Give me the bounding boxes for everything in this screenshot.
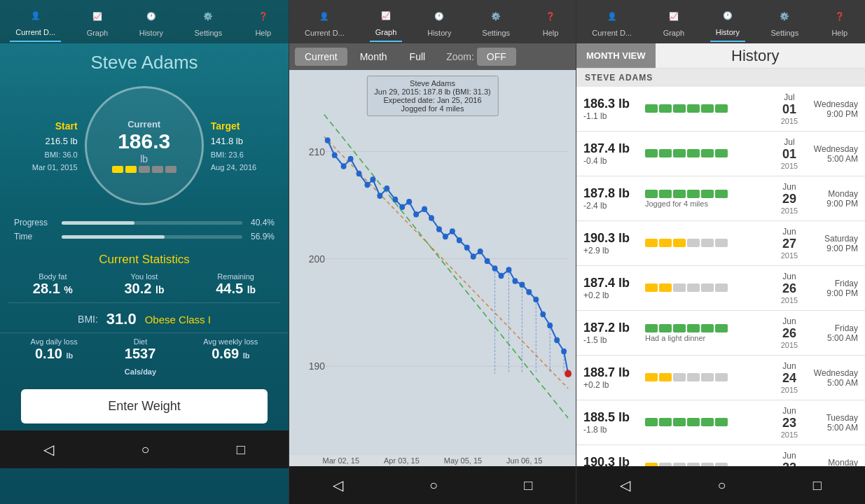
entry-time: 5:00 AM <box>809 154 858 164</box>
nav-item-graph-1[interactable]: 📈 Graph <box>81 3 114 41</box>
weight-change: +2.9 lb <box>583 246 639 255</box>
home-button-2[interactable]: ○ <box>415 472 452 499</box>
rating-bar-5 <box>715 104 728 113</box>
weight-change: +0.2 lb <box>583 290 639 300</box>
nav-item-history-1[interactable]: 🕐 History <box>134 3 169 41</box>
weight-column: 187.4 lb-0.4 lb <box>583 141 639 166</box>
bmi-value: 31.0 <box>106 310 137 328</box>
nav-item-current-data-1[interactable]: 👤 Current D... <box>10 2 61 42</box>
month-view-button[interactable]: MONTH VIEW <box>576 43 656 68</box>
nav-item-help-1[interactable]: ❓ Help <box>248 3 279 41</box>
avg-weekly-value: 0.69 lb <box>212 346 249 362</box>
day-of-week-column: Wednesday5:00 AM <box>809 144 858 164</box>
weight-column: 186.3 lb-1.1 lb <box>583 97 639 121</box>
nav-item-graph-3[interactable]: 📈 Graph <box>658 3 691 41</box>
nav-item-help-2[interactable]: ❓ Help <box>535 3 566 41</box>
list-item[interactable]: 187.4 lb-0.4 lbJul012015Wednesday5:00 AM <box>576 132 865 176</box>
target-stats: Target 141.8 lb BMI: 23.6 Aug 24, 2016 <box>211 120 256 172</box>
list-item[interactable]: 190.3 lb+2.9 lbJun272015Saturday9:00 PM <box>576 221 865 266</box>
weight-column: 187.8 lb-2.4 lb <box>583 186 639 211</box>
day-of-week-column: Monday9:00 PM <box>809 189 858 209</box>
list-item[interactable]: 186.3 lb-1.1 lbJul012015Wednesday9:00 PM <box>576 87 865 132</box>
recent-button-1[interactable]: □ <box>223 436 259 463</box>
day-of-week: Wednesday <box>809 368 858 378</box>
rating-bar-4 <box>701 373 714 382</box>
tab-current[interactable]: Current <box>295 48 347 66</box>
list-item[interactable]: 188.7 lb+0.2 lbJun242015Wednesday5:00 AM <box>576 356 865 400</box>
nav-item-current-data-3[interactable]: 👤 Current D... <box>586 3 637 41</box>
enter-weight-button[interactable]: Enter Weight <box>21 389 268 424</box>
you-lost-value: 30.2 lb <box>125 281 165 297</box>
rating-bar-1 <box>659 104 672 113</box>
svg-point-28 <box>471 253 476 259</box>
stats-row-bottom: Avg daily loss 0.10 lb Diet 1537 Cals/da… <box>0 332 289 382</box>
back-button-3[interactable]: ◁ <box>606 471 644 499</box>
graph-icon-2: 📈 <box>376 6 396 26</box>
rating-bar-2 <box>673 190 686 198</box>
rating-bar-0 <box>645 418 658 426</box>
nav-item-settings-3[interactable]: ⚙️ Settings <box>765 3 804 41</box>
month: Jun <box>775 451 803 461</box>
nav-item-history-3[interactable]: 🕐 History <box>710 2 745 42</box>
list-item[interactable]: 187.2 lb-1.5 lbHad a light dinnerJun2620… <box>576 311 865 356</box>
recent-button-3[interactable]: □ <box>799 472 836 499</box>
rating-bar-2 <box>673 324 686 332</box>
tab-month[interactable]: Month <box>350 48 397 66</box>
nav-item-help-3[interactable]: ❓ Help <box>824 3 855 41</box>
rating-bars <box>645 190 770 198</box>
progress-track <box>62 221 242 225</box>
svg-text:210: 210 <box>309 146 325 157</box>
current-label: Current <box>127 119 160 130</box>
you-lost-label: You lost <box>131 272 158 281</box>
list-item[interactable]: 188.5 lb-1.8 lbJun232015Tuesday5:00 AM <box>576 400 865 445</box>
nav-item-current-data-2[interactable]: 👤 Current D... <box>299 3 350 41</box>
list-item[interactable]: 190.3 lb+1.5 lbJun222015Monday5:00 AM <box>576 445 865 466</box>
home-button-3[interactable]: ○ <box>703 472 740 499</box>
person-icon-3: 👤 <box>602 7 622 27</box>
zoom-value[interactable]: OFF <box>477 48 516 66</box>
rating-bar-2 <box>673 418 686 426</box>
rating-bar-0 <box>645 284 658 292</box>
rating-bar-3 <box>687 190 700 198</box>
weight-change: -2.4 lb <box>583 201 639 211</box>
day: 22 <box>775 461 803 466</box>
rating-bar-5 <box>715 418 728 426</box>
day-of-week: Wednesday <box>809 99 858 109</box>
graph-icon-1: 📈 <box>88 7 107 27</box>
recent-button-2[interactable]: □ <box>510 472 546 499</box>
start-weight: 216.5 lb <box>45 136 77 146</box>
day: 29 <box>775 192 803 206</box>
rating-bar-5 <box>715 284 728 292</box>
nav-item-history-2[interactable]: 🕐 History <box>422 3 457 41</box>
tooltip-line2: Jun 29, 2015: 187.8 lb (BMI: 31.3) <box>374 88 490 96</box>
tab-full[interactable]: Full <box>400 48 436 66</box>
rating-bar-0 <box>645 190 658 198</box>
back-button-2[interactable]: ◁ <box>319 471 357 499</box>
nav-item-settings-1[interactable]: ⚙️ Settings <box>188 3 228 41</box>
middle-column <box>645 149 770 159</box>
target-bmi: BMI: 23.6 <box>211 150 244 159</box>
month: Jun <box>775 316 803 326</box>
nav-item-graph-2[interactable]: 📈 Graph <box>370 2 403 42</box>
year: 2015 <box>775 341 803 349</box>
svg-line-6 <box>324 114 568 418</box>
year: 2015 <box>775 117 803 125</box>
day-of-week-column: Friday5:00 AM <box>809 323 858 343</box>
day-of-week: Friday <box>809 279 858 288</box>
weight-value: 190.3 lb <box>583 455 639 466</box>
weight-circle-area: Start 216.5 lb BMI: 36.0 Mar 01, 2015 Cu… <box>0 79 289 212</box>
date-column: Jul012015 <box>775 137 803 170</box>
list-item[interactable]: 187.4 lb+0.2 lbJun262015Friday9:00 PM <box>576 266 865 311</box>
home-button-1[interactable]: ○ <box>127 436 163 463</box>
rating-bar-1 <box>112 166 123 173</box>
remaining-cell: Remaining 44.5 lb <box>216 272 256 297</box>
curr-stats-title: Current Statistics <box>0 248 289 270</box>
rating-bar-1 <box>659 239 672 247</box>
svg-point-22 <box>429 215 434 220</box>
list-item[interactable]: 187.8 lb-2.4 lbJogged for 4 milesJun2920… <box>576 176 865 221</box>
start-bmi: BMI: 36.0 <box>45 150 78 159</box>
rating-bars <box>645 284 770 292</box>
back-button-1[interactable]: ◁ <box>29 435 68 463</box>
rating-bar-0 <box>645 104 658 113</box>
nav-item-settings-2[interactable]: ⚙️ Settings <box>476 3 515 41</box>
